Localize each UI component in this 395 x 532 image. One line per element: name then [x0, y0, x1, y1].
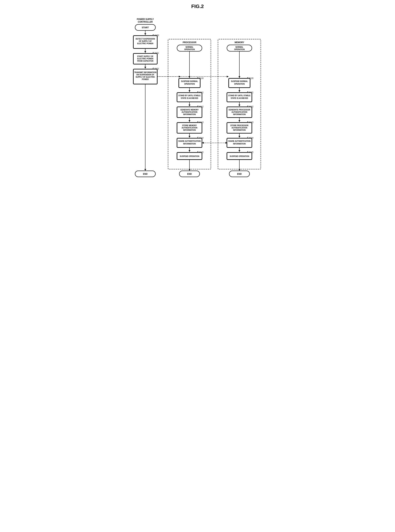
s102-text4: POWER	[142, 78, 149, 80]
end-label-left: END	[143, 173, 148, 175]
start-label: START	[142, 26, 149, 29]
s113-text1: STORE MEMORY	[182, 124, 197, 126]
left-col-header: POWER SUPPLY	[137, 18, 154, 21]
proc-normal-text2: OPERATION	[184, 48, 195, 50]
arrowhead-s112	[189, 105, 190, 106]
s112-text3: INFORMATION	[183, 113, 196, 115]
s123-text1: STORE PROCESSOR	[230, 124, 249, 126]
arrowhead-s125	[238, 150, 240, 152]
end-label-proc: END	[187, 173, 192, 175]
s113-text2: AUTHENTICATION	[182, 127, 197, 129]
s124-text2: INFORMATION	[233, 143, 246, 145]
arrowhead-end	[144, 169, 146, 171]
s122-text3: INFORMATION	[233, 113, 246, 115]
arrowhead-s123	[238, 120, 240, 122]
arrowhead-s114	[189, 136, 190, 138]
s100-text1: DETECT SUSPENSION	[136, 38, 155, 40]
s102-text3: SUPPLY OF ELECTRIC	[136, 76, 155, 78]
s124-text1: SHARE AUTHENTICATION	[228, 140, 251, 142]
arrowhead-s122	[238, 105, 240, 106]
end-label-mem: END	[237, 173, 242, 175]
s115-text: SUSPEND OPERATION	[180, 155, 199, 157]
arrowhead-2	[144, 51, 146, 53]
arrowhead-s111	[189, 90, 190, 92]
arrowhead-s121	[238, 90, 240, 92]
s122-text1: GENERATE PROCESSOR	[229, 109, 250, 111]
mem-normal-text1: NORMAL	[236, 46, 243, 48]
s121-text2: STATE IS ACHIEVED	[231, 97, 248, 99]
arrowhead-mem-end	[238, 169, 240, 171]
arrowhead-3	[144, 67, 146, 69]
s120-text2: OPERATION	[234, 83, 245, 85]
s112-text1: GENERATE MEMORY	[180, 109, 199, 111]
arrowhead-s115	[189, 150, 190, 152]
s112-text2: AUTHENTICATION	[182, 111, 197, 113]
mem-normal-text2: OPERATION	[234, 48, 245, 50]
s111-text2: STATE IS ACHIEVED	[181, 97, 198, 99]
processor-header: PROCESSOR	[183, 41, 197, 44]
s102-text2: ON SUSPENSION OF	[136, 74, 154, 76]
proc-normal-text1: NORMAL	[186, 46, 193, 48]
s100-text2: OF SUPPLY OF	[139, 40, 152, 42]
s102-text1: TRANSMIT INFORMATION	[134, 71, 156, 73]
s122-text2: AUTHENTICATION	[231, 111, 247, 113]
s101-text3: FROM CAPACITOR	[137, 60, 154, 62]
arrowhead-1	[144, 33, 146, 35]
arrowhead-dashed3	[227, 76, 229, 77]
s100-text3: ELECTRIC POWER	[137, 43, 154, 44]
left-col-header2: CONTROLLER	[138, 21, 153, 23]
s113-text3: INFORMATION	[183, 129, 196, 131]
arrowhead-proc-end	[189, 169, 190, 171]
s101-text2: ELECTRIC POWER	[137, 58, 154, 60]
s114-text1: SHARE AUTHENTICATION	[178, 140, 201, 142]
figure-title: FIG.2	[132, 4, 263, 9]
s114-text2: INFORMATION	[183, 143, 196, 145]
s121-text1: STAND BY UNTIL STABLE	[228, 95, 251, 97]
s125-text: SUSPEND OPERATION	[230, 155, 249, 157]
s101-text1: START SUPPLY OF	[137, 55, 154, 57]
s120-text1: SUSPEND NORMAL	[231, 80, 248, 82]
s111-text1: STAND BY UNTIL STABLE	[178, 95, 201, 97]
s110-text2: OPERATION	[184, 83, 195, 85]
s123-text3: INFORMATION	[233, 129, 246, 131]
arrowhead-s124	[238, 136, 240, 138]
arrowhead-s113	[189, 120, 190, 122]
memory-header: MEMORY	[235, 41, 244, 44]
arrowhead-mem-s120	[238, 76, 240, 78]
s110-text1: SUSPEND NORMAL	[181, 80, 198, 82]
s123-text2: AUTHENTICATION	[231, 127, 247, 129]
